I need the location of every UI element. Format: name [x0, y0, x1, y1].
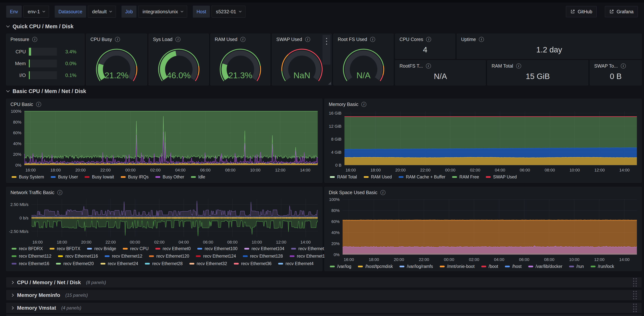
panel-title[interactable]: RootFS T... — [400, 63, 423, 69]
info-icon[interactable] — [426, 37, 431, 42]
panel-title[interactable]: RAM Total — [492, 63, 513, 69]
external-link-icon — [570, 9, 575, 14]
panel-resize-handle[interactable] — [328, 82, 331, 84]
row-memory-vmstat[interactable]: Memory Vmstat (4 panels) — [6, 303, 642, 313]
grafana-link-button[interactable]: Grafana — [605, 6, 638, 17]
job-value-dropdown[interactable]: integrations/unix — [138, 6, 187, 18]
datasource-value-dropdown[interactable]: default — [88, 6, 116, 18]
legend-item[interactable]: recv Ethernet116 — [58, 254, 98, 259]
panel-title[interactable]: RAM Used — [215, 37, 238, 42]
panel-title[interactable]: CPU Cores — [400, 37, 423, 42]
panel-menu-button[interactable] — [322, 35, 330, 64]
legend-item[interactable]: /host/tpcmdisk — [358, 264, 393, 269]
info-icon[interactable] — [516, 64, 521, 68]
row-header-quick-cpu-mem-disk[interactable]: Quick CPU / Mem / Disk — [7, 22, 74, 31]
row-cpu-memory-net-disk[interactable]: CPU / Memory / Net / Disk (8 panels) — [6, 277, 642, 288]
legend-label: recv Ethernet128 — [250, 254, 283, 259]
panel-title[interactable]: Uptime — [461, 37, 476, 42]
info-icon[interactable] — [370, 37, 375, 42]
row-drag-handle[interactable] — [633, 291, 637, 299]
row-drag-handle[interactable] — [633, 304, 637, 312]
legend-item[interactable]: /host — [505, 264, 522, 269]
legend-item[interactable]: recv BFDRX — [12, 246, 43, 251]
info-icon[interactable] — [115, 37, 120, 42]
env-value-dropdown[interactable]: env-1 — [24, 6, 49, 18]
legend-item[interactable]: /var/lib/docker — [528, 264, 562, 269]
panel-title[interactable]: Network Traffic Basic — [10, 190, 54, 195]
svg-text:00:00: 00:00 — [444, 257, 454, 262]
info-icon[interactable] — [479, 37, 484, 42]
info-icon[interactable] — [32, 37, 37, 42]
legend-item[interactable]: RAM Total — [330, 174, 357, 180]
row-header-basic-cpu-mem-net-disk[interactable]: Basic CPU / Mem / Net / Disk — [7, 87, 86, 96]
legend-item[interactable]: Busy Iowait — [84, 174, 114, 180]
legend-item[interactable]: recv Ethernet128 — [243, 254, 283, 259]
legend-item[interactable]: recv BFDTX — [50, 246, 80, 251]
legend-item[interactable]: recv Ethernet28 — [145, 261, 182, 266]
legend-item[interactable]: /run — [569, 264, 584, 269]
panel-title[interactable]: Memory Basic — [329, 102, 358, 107]
legend-item[interactable]: Busy Other — [156, 174, 184, 180]
legend-item[interactable]: /var/log/ramfs — [400, 264, 433, 269]
info-icon[interactable] — [176, 37, 180, 42]
legend-item[interactable]: recv Ethernet100 — [197, 246, 238, 251]
legend-item[interactable]: RAM Cache + Buffer — [398, 174, 445, 180]
panel-title[interactable]: Pressure — [10, 37, 29, 42]
legend-item[interactable]: recv Ethernet124 — [196, 254, 236, 259]
info-icon[interactable] — [240, 37, 246, 42]
panel-title[interactable]: Root FS Used — [338, 37, 367, 42]
legend-item[interactable]: recv Ethernet4 — [278, 261, 314, 266]
cpu-basic-chart[interactable]: 100%80%60%40%20%0%16:0018:0020:0022:0000… — [6, 108, 322, 174]
legend-item[interactable]: Busy User — [51, 174, 78, 180]
legend-item[interactable]: /mnt/onie-boot — [440, 264, 474, 269]
memory-basic-chart[interactable]: 16 GiB12 GiB8 GiB4 GiB0 B16:0018:0020:00… — [324, 108, 642, 174]
panel-title[interactable]: CPU Basic — [10, 102, 33, 107]
legend-item[interactable]: /boot — [481, 264, 498, 269]
info-icon[interactable] — [361, 102, 366, 107]
github-link-button[interactable]: GitHub — [566, 6, 597, 17]
legend-item[interactable]: recv Ethernet112 — [12, 254, 51, 259]
host-value-dropdown[interactable]: s5232-01 — [212, 6, 245, 18]
legend-item[interactable]: Idle — [191, 174, 205, 180]
panel-title[interactable]: SWAP To... — [594, 63, 618, 69]
legend-item[interactable]: RAM Free — [452, 174, 479, 180]
legend-item[interactable]: recv Ethernet32 — [190, 261, 227, 266]
legend-item[interactable]: recv Ethernet24 — [100, 261, 138, 266]
network-traffic-chart[interactable]: 2.50 Mb/s0 b/s-2.50 Mb/s16:0018:0020:002… — [6, 197, 322, 246]
legend-item[interactable]: Busy System — [12, 174, 44, 180]
row-memory-meminfo[interactable]: Memory Meminfo (15 panels) — [6, 290, 642, 300]
panel-title[interactable]: SWAP Used — [276, 37, 302, 42]
info-icon[interactable] — [57, 190, 62, 195]
legend-item[interactable]: recv Ethernet36 — [234, 261, 272, 266]
legend-item[interactable]: recv Ethernet104 — [244, 246, 284, 251]
legend-item[interactable]: recv Ethernet12 — [105, 254, 142, 259]
panel-title[interactable]: Sys Load — [153, 37, 172, 42]
info-icon[interactable] — [36, 102, 41, 107]
pressure-label: I/O — [9, 72, 26, 78]
legend-item[interactable]: RAM Used — [364, 174, 392, 180]
legend-item[interactable]: SWAP Used — [486, 174, 517, 180]
info-icon[interactable] — [621, 64, 626, 68]
legend-item[interactable]: /run/lock — [591, 264, 614, 269]
legend-item[interactable]: recv Ethernet129 — [290, 254, 330, 259]
legend-swatch — [58, 255, 63, 257]
svg-text:14:00: 14:00 — [619, 257, 630, 262]
legend-item[interactable]: recv Ethernet120 — [149, 254, 189, 259]
row-drag-handle[interactable] — [633, 278, 637, 286]
legend-item[interactable]: recv Ethernet20 — [56, 261, 94, 266]
info-icon[interactable] — [426, 64, 431, 68]
row-panel-count: (8 panels) — [86, 280, 106, 285]
legend-item[interactable]: recv Bridge — [87, 246, 116, 251]
legend-item[interactable]: recv CPU — [123, 246, 148, 251]
panel-title[interactable]: Disk Space Used Basic — [329, 190, 378, 195]
legend-item[interactable]: recv Ethernet16 — [12, 261, 49, 266]
legend-item[interactable]: Busy IRQs — [121, 174, 149, 180]
legend-swatch — [87, 248, 92, 250]
legend-item[interactable]: /var/log — [330, 264, 351, 269]
section-title: Quick CPU / Mem / Disk — [12, 24, 74, 30]
disk-space-chart[interactable]: 100%80%60%40%20%0%16:0018:0020:0022:0000… — [324, 197, 642, 263]
panel-title[interactable]: CPU Busy — [90, 37, 112, 42]
info-icon[interactable] — [380, 190, 386, 195]
info-icon[interactable] — [305, 37, 310, 42]
legend-item[interactable]: recv Ethernet0 — [156, 246, 191, 251]
